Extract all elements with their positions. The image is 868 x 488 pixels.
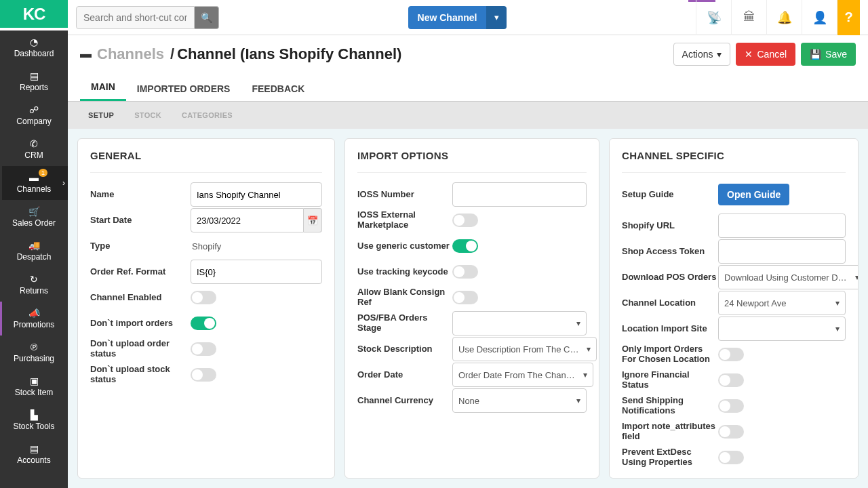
dont-upload-order-toggle[interactable] — [191, 342, 216, 356]
label-only-import: Only Import Orders For Chosen Location — [622, 344, 718, 365]
name-input[interactable] — [191, 182, 322, 207]
blank-consign-toggle[interactable] — [452, 291, 478, 304]
save-button[interactable]: 💾Save — [801, 43, 856, 66]
label-name: Name — [90, 190, 191, 200]
label-setup-guide: Setup Guide — [622, 190, 718, 200]
send-ship-toggle[interactable] — [718, 399, 744, 413]
panel-title: CHANNEL SPECIFIC — [622, 150, 846, 173]
sidebar-item-salesorder[interactable]: 🛒Sales Order — [0, 200, 68, 234]
only-import-toggle[interactable] — [718, 348, 744, 361]
shopify-url-input[interactable] — [718, 214, 846, 238]
prevent-ext-toggle[interactable] — [718, 451, 744, 464]
sidebar-item-reports[interactable]: ▤Reports — [0, 64, 68, 98]
help-button[interactable]: ? — [837, 0, 860, 35]
new-channel-label: New Channel — [408, 6, 487, 29]
warehouse-icon[interactable]: 🏛 — [731, 0, 766, 35]
label-ignore-fin: Ignore Financial Status — [622, 370, 718, 390]
sidebar-item-channels[interactable]: ▬Channels1› — [0, 166, 68, 200]
ignore-fin-toggle[interactable] — [718, 373, 744, 387]
currency-select[interactable]: None — [452, 388, 587, 413]
topbar: 🔍 New Channel ▾ 📡 🏛 🔔 👤 ? — [68, 0, 868, 35]
sidebar-item-despatch[interactable]: 🚚Despatch — [0, 234, 68, 268]
sidebar-item-crm[interactable]: ✆CRM — [0, 132, 68, 166]
panel-title: GENERAL — [90, 150, 322, 173]
tracking-keycode-toggle[interactable] — [452, 265, 478, 279]
cancel-button[interactable]: ✕Cancel — [736, 43, 795, 66]
sidebar-label: Purchasing — [14, 354, 54, 363]
start-date-input[interactable] — [191, 208, 304, 232]
sidebar-label: CRM — [24, 150, 43, 160]
panel-import-options: IMPORT OPTIONS IOSS Number IOSS External… — [344, 138, 599, 479]
search-icon: 🔍 — [201, 12, 212, 23]
chevron-down-icon: ▾ — [717, 49, 722, 60]
label-currency: Channel Currency — [357, 396, 452, 406]
tab-feedback[interactable]: FEEDBACK — [241, 83, 315, 101]
stock-desc-select[interactable]: Use Description From The C… — [452, 337, 597, 361]
open-guide-button[interactable]: Open Guide — [718, 184, 789, 205]
actions-button[interactable]: Actions▾ — [673, 43, 731, 66]
label-shopify-url: Shopify URL — [622, 221, 718, 231]
label-channel-location: Channel Location — [622, 298, 718, 308]
subtab-categories[interactable]: CATEGORIES — [182, 111, 233, 119]
chevron-right-icon: › — [62, 178, 65, 188]
sidebar-item-accounts[interactable]: ▤Accounts — [0, 437, 68, 471]
subtab-setup[interactable]: SETUP — [88, 111, 114, 119]
bell-icon[interactable]: 🔔 — [766, 0, 802, 35]
label-dont-upload-order: Don`t upload order status — [90, 339, 191, 359]
subtabs: SETUP STOCK CATEGORIES — [68, 102, 868, 129]
breadcrumb-root[interactable]: Channels — [97, 45, 164, 63]
sidebar-label: Dashboard — [14, 49, 54, 58]
calendar-icon[interactable]: 📅 — [304, 208, 322, 232]
sidebar-label: Company — [16, 117, 51, 126]
order-date-select[interactable]: Order Date From The Chan… — [452, 363, 593, 387]
sidebar: KC ◔Dashboard ▤Reports ☍Company ✆CRM ▬Ch… — [0, 0, 68, 488]
dont-import-toggle[interactable] — [191, 317, 216, 330]
scanner-icon[interactable]: 📡 — [696, 0, 731, 35]
search-input[interactable] — [76, 6, 195, 29]
label-dont-import: Don`t import orders — [90, 319, 191, 329]
label-send-ship: Send Shipping Notifications — [622, 396, 718, 416]
label-channel-enabled: Channel Enabled — [90, 293, 191, 303]
channel-location-select[interactable]: 24 Newport Ave — [718, 291, 846, 315]
location-import-select[interactable] — [718, 317, 846, 341]
sidebar-item-stockitem[interactable]: ▣Stock Item — [0, 369, 68, 403]
download-pos-select[interactable]: Download Using Customer D… — [718, 265, 859, 289]
chevron-down-icon[interactable]: ▾ — [486, 6, 507, 29]
label-ioss-ext: IOSS External Marketplace — [357, 210, 452, 230]
sidebar-item-promotions[interactable]: 📣Promotions — [0, 302, 68, 336]
search-group: 🔍 — [76, 6, 219, 29]
promo-icon: 📣 — [28, 308, 40, 319]
sidebar-item-dashboard[interactable]: ◔Dashboard — [0, 30, 68, 64]
label-start-date: Start Date — [90, 216, 191, 226]
generic-customer-toggle[interactable] — [452, 239, 478, 253]
dont-upload-stock-toggle[interactable] — [191, 368, 216, 382]
tab-main[interactable]: MAIN — [80, 81, 126, 101]
crm-icon: ✆ — [30, 138, 38, 149]
order-ref-input[interactable] — [191, 260, 322, 284]
sidebar-label: Despatch — [17, 252, 52, 262]
ioss-input[interactable] — [452, 182, 587, 207]
page-title: Channel (Ians Shopify Channel) — [177, 45, 401, 63]
label-import-note: Import note_attributes field — [622, 422, 718, 442]
new-channel-button[interactable]: New Channel ▾ — [408, 6, 507, 29]
import-note-toggle[interactable] — [718, 425, 744, 439]
sidebar-label: Sales Order — [12, 218, 56, 228]
search-button[interactable]: 🔍 — [195, 6, 219, 29]
subtab-stock[interactable]: STOCK — [134, 111, 161, 119]
sidebar-label: Reports — [20, 83, 48, 92]
sidebar-label: Stock Tools — [13, 422, 54, 431]
sidebar-item-returns[interactable]: ↻Returns — [0, 268, 68, 302]
ioss-ext-toggle[interactable] — [452, 214, 478, 227]
tab-imported-orders[interactable]: IMPORTED ORDERS — [126, 83, 241, 101]
sidebar-item-purchasing[interactable]: ℗Purchasing — [0, 336, 68, 369]
avatar[interactable]: 👤 — [802, 0, 837, 35]
company-icon: ☍ — [29, 104, 39, 115]
access-token-input[interactable] — [718, 239, 846, 264]
sidebar-item-company[interactable]: ☍Company — [0, 98, 68, 132]
channel-enabled-toggle[interactable] — [191, 291, 216, 304]
pos-stage-select[interactable] — [452, 311, 587, 336]
truck-icon: 🚚 — [28, 240, 40, 251]
channel-icon: ▬ — [80, 47, 92, 61]
sidebar-item-stocktools[interactable]: ▙Stock Tools — [0, 403, 68, 437]
logo[interactable]: KC — [0, 0, 68, 30]
